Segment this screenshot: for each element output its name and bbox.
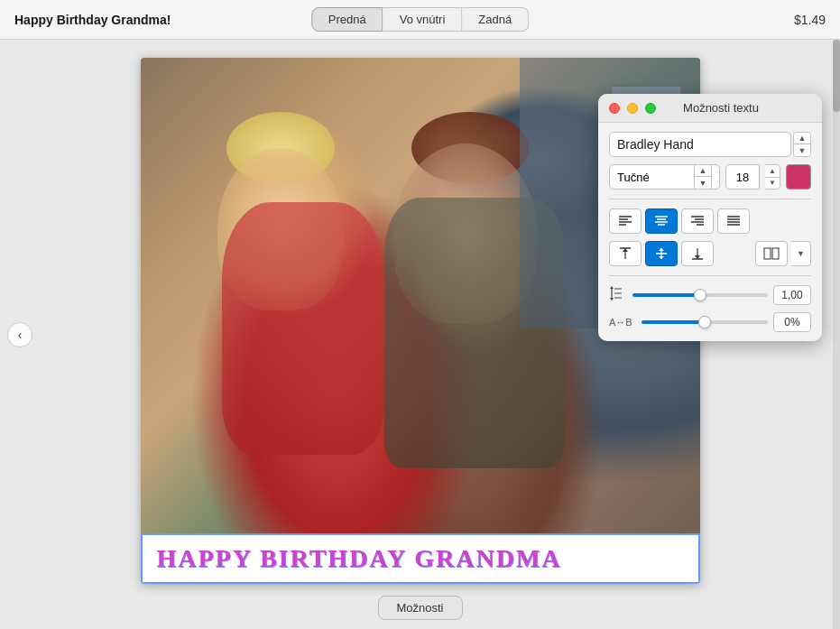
photo-detail: [222, 202, 384, 455]
font-color-swatch[interactable]: [786, 164, 811, 190]
view-tabs: Predná Vo vnútri Zadná: [311, 7, 529, 32]
svg-marker-21: [659, 248, 664, 251]
font-name-display: Bradley Hand: [617, 137, 694, 152]
scrollbar-track: [833, 40, 840, 629]
svg-marker-22: [659, 256, 664, 259]
top-bar: Happy Birthday Grandma! Predná Vo vnútri…: [0, 0, 840, 40]
font-selector-row: Bradley Hand ▲ ▼: [609, 132, 811, 157]
style-size-row: Tučné ▲ ▼ 18 ▲ ▼: [609, 164, 811, 190]
tab-predna[interactable]: Predná: [311, 7, 383, 32]
options-button[interactable]: Možnosti: [377, 596, 462, 620]
align-center-button[interactable]: [645, 208, 678, 234]
size-stepper-down[interactable]: ▼: [765, 178, 780, 190]
font-size-field[interactable]: 18: [725, 164, 760, 190]
document-title: Happy Birthday Grandma!: [14, 13, 171, 27]
font-size-value: 18: [736, 171, 749, 184]
font-size-stepper: ▲ ▼: [765, 164, 780, 190]
char-spacing-slider[interactable]: [642, 320, 768, 324]
divider: [609, 199, 811, 199]
panel-title: Možnosti textu: [663, 101, 779, 115]
svg-rect-26: [764, 248, 771, 259]
line-spacing-row: 1,00: [609, 285, 811, 305]
align-justify-button[interactable]: [717, 208, 750, 234]
line-spacing-value[interactable]: 1,00: [773, 285, 811, 305]
style-stepper-up[interactable]: ▲: [695, 165, 711, 177]
valign-row: ▼: [609, 241, 811, 266]
text-options-panel: Možnosti textu Bradley Hand ▲ ▼ Tučné ▲: [598, 94, 822, 341]
columns-button[interactable]: [755, 241, 788, 266]
font-stepper: ▲ ▼: [793, 132, 811, 157]
svg-rect-27: [772, 248, 779, 259]
card-text-banner[interactable]: HAPPY BIRTHDAY GRANDMA: [141, 533, 700, 584]
divider2: [609, 275, 811, 276]
font-stepper-down[interactable]: ▼: [794, 144, 810, 156]
valign-top-button[interactable]: [609, 241, 642, 266]
font-style-dropdown[interactable]: Tučné ▲ ▼: [609, 164, 720, 190]
main-area: ‹ HAPPY BIRTHDAY GRANDMA Možnost: [0, 40, 840, 629]
size-stepper-up[interactable]: ▲: [765, 165, 780, 178]
valign-bottom-button[interactable]: [681, 241, 714, 266]
card-text: HAPPY BIRTHDAY GRANDMA: [157, 544, 562, 573]
window-close-button[interactable]: [609, 103, 620, 114]
price-display: $1.49: [794, 13, 826, 27]
panel-titlebar: Možnosti textu: [598, 94, 822, 123]
style-stepper-down[interactable]: ▼: [695, 177, 711, 189]
alignment-row: [609, 208, 811, 234]
line-spacing-slider[interactable]: [632, 293, 768, 297]
font-style-value: Tučné: [617, 171, 650, 184]
char-spacing-value[interactable]: 0%: [773, 312, 811, 332]
window-zoom-button[interactable]: [645, 103, 656, 114]
window-minimize-button[interactable]: [627, 103, 638, 114]
align-right-button[interactable]: [681, 208, 714, 234]
style-stepper: ▲ ▼: [694, 164, 712, 190]
line-spacing-icon: [609, 285, 627, 305]
font-selector[interactable]: Bradley Hand: [609, 132, 791, 157]
svg-marker-32: [610, 286, 614, 289]
tab-vovnutri[interactable]: Vo vnútri: [383, 7, 463, 32]
nav-arrow-left[interactable]: ‹: [7, 322, 32, 347]
scrollbar-thumb[interactable]: [833, 40, 840, 112]
valign-middle-button[interactable]: [645, 241, 678, 266]
char-spacing-row: A↔B 0%: [609, 312, 811, 332]
font-stepper-up[interactable]: ▲: [794, 133, 810, 144]
tab-zadna[interactable]: Zadná: [462, 7, 529, 32]
char-spacing-label: A↔B: [609, 317, 636, 328]
align-left-button[interactable]: [609, 208, 642, 234]
panel-body: Bradley Hand ▲ ▼ Tučné ▲ ▼ 18: [598, 123, 822, 341]
svg-marker-33: [610, 298, 614, 301]
columns-dropdown-button[interactable]: ▼: [791, 241, 811, 266]
